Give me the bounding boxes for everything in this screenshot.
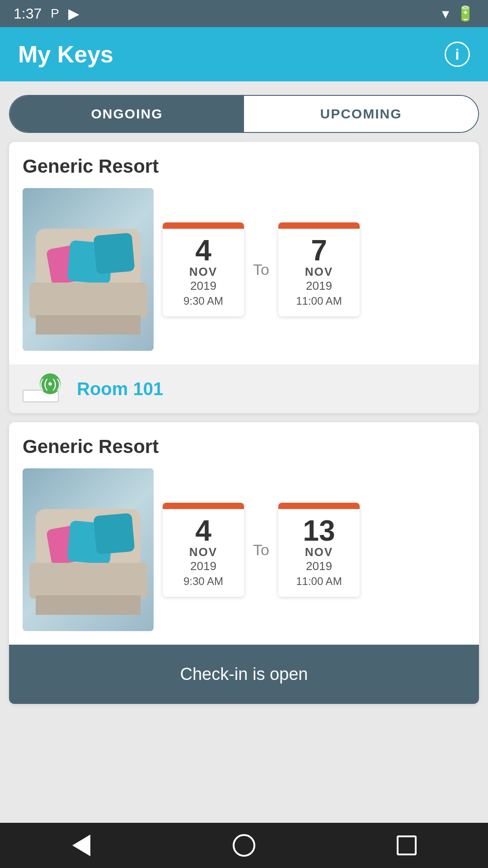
date-separator-1: To	[253, 261, 269, 278]
checkin-date-card-1: 4 NOV 2019 9:30 AM	[163, 222, 244, 316]
sofa-legs-1	[36, 315, 141, 335]
checkout-year-1: 2019	[289, 279, 349, 293]
resort-name-2: Generic Resort	[23, 436, 465, 458]
parking-icon: P	[51, 6, 59, 21]
card-2-body: Generic Resort	[9, 422, 479, 645]
tab-bar: ONGOING UPCOMING	[9, 95, 479, 133]
wifi-bars-icon: ((•))	[39, 377, 61, 391]
back-icon	[72, 835, 90, 856]
checkout-date-card-1: 7 NOV 2019 11:00 AM	[278, 222, 360, 316]
info-button[interactable]: i	[445, 42, 470, 67]
back-button[interactable]	[68, 832, 95, 859]
home-icon	[233, 834, 255, 857]
status-bar: 1:37 P ▶ ▾ 🔋	[0, 0, 488, 27]
time-display: 1:37	[14, 5, 42, 22]
content-area: Generic Resort	[0, 133, 488, 713]
checkout-card-header-2	[278, 503, 360, 509]
checkout-day-2: 13	[289, 516, 349, 545]
pillow-teal2-1	[93, 233, 135, 274]
checkin-year-1: 2019	[174, 279, 233, 293]
booking-card-1: Generic Resort	[9, 142, 479, 413]
booking-row-1: 4 NOV 2019 9:30 AM To 7 NOV 2019	[23, 188, 465, 351]
date-card-header-2	[163, 503, 244, 509]
checkin-day-2: 4	[174, 516, 233, 545]
checkout-month-2: NOV	[289, 545, 349, 559]
play-store-icon: ▶	[68, 5, 80, 22]
resort-name-1: Generic Resort	[23, 156, 465, 177]
checkin-day-1: 4	[174, 236, 233, 265]
room-number-1: Room 101	[77, 379, 163, 399]
date-separator-2: To	[253, 541, 269, 559]
nav-bar	[0, 823, 488, 868]
checkout-card-body-1: 7 NOV 2019 11:00 AM	[278, 229, 360, 316]
app-title: My Keys	[18, 41, 113, 68]
booking-row-2: 4 NOV 2019 9:30 AM To 13 NOV 2019	[23, 468, 465, 631]
date-card-body-1: 4 NOV 2019 9:30 AM	[163, 229, 244, 316]
checkout-time-1: 11:00 AM	[289, 295, 349, 307]
room-image-2	[23, 468, 154, 631]
checkin-time-2: 9:30 AM	[174, 575, 233, 588]
checkin-open-button[interactable]: Check-in is open	[9, 645, 479, 704]
date-card-body-2: 4 NOV 2019 9:30 AM	[163, 509, 244, 597]
booking-card-2: Generic Resort	[9, 422, 479, 704]
app-header: My Keys i	[0, 27, 488, 81]
wifi-icon-wrap: ((•))	[23, 375, 68, 402]
wifi-signal-icon: ((•))	[40, 373, 61, 394]
wifi-icon: ▾	[442, 5, 449, 22]
sofa-seat-1	[29, 283, 147, 318]
checkin-month-1: NOV	[174, 265, 233, 279]
checkout-card-body-2: 13 NOV 2019 11:00 AM	[278, 509, 360, 597]
room-image-1	[23, 188, 154, 351]
tab-ongoing[interactable]: ONGOING	[10, 96, 244, 132]
status-bar-left: 1:37 P ▶	[14, 5, 80, 22]
home-button[interactable]	[230, 832, 258, 859]
tab-upcoming[interactable]: UPCOMING	[244, 96, 478, 132]
checkout-month-1: NOV	[289, 265, 349, 279]
dates-wrapper-1: 4 NOV 2019 9:30 AM To 7 NOV 2019	[163, 222, 465, 316]
dates-wrapper-2: 4 NOV 2019 9:30 AM To 13 NOV 2019	[163, 503, 465, 597]
checkin-month-2: NOV	[174, 545, 233, 559]
checkout-card-header-1	[278, 222, 360, 229]
recents-icon	[397, 835, 417, 855]
checkout-day-1: 7	[289, 236, 349, 265]
checkout-year-2: 2019	[289, 559, 349, 573]
recents-button[interactable]	[393, 832, 420, 859]
card-1-footer: ((•)) Room 101	[9, 364, 479, 413]
checkout-date-card-2: 13 NOV 2019 11:00 AM	[278, 503, 360, 597]
sofa-seat-2	[29, 563, 147, 599]
checkin-date-card-2: 4 NOV 2019 9:30 AM	[163, 503, 244, 597]
pillow-teal2-2	[93, 513, 135, 555]
checkout-time-2: 11:00 AM	[289, 575, 349, 588]
status-bar-right: ▾ 🔋	[442, 5, 474, 22]
checkin-time-1: 9:30 AM	[174, 295, 233, 307]
card-1-body: Generic Resort	[9, 142, 479, 364]
sofa-legs-2	[36, 595, 141, 615]
date-card-header-1	[163, 222, 244, 229]
checkin-year-2: 2019	[174, 559, 233, 573]
battery-icon: 🔋	[456, 5, 474, 22]
